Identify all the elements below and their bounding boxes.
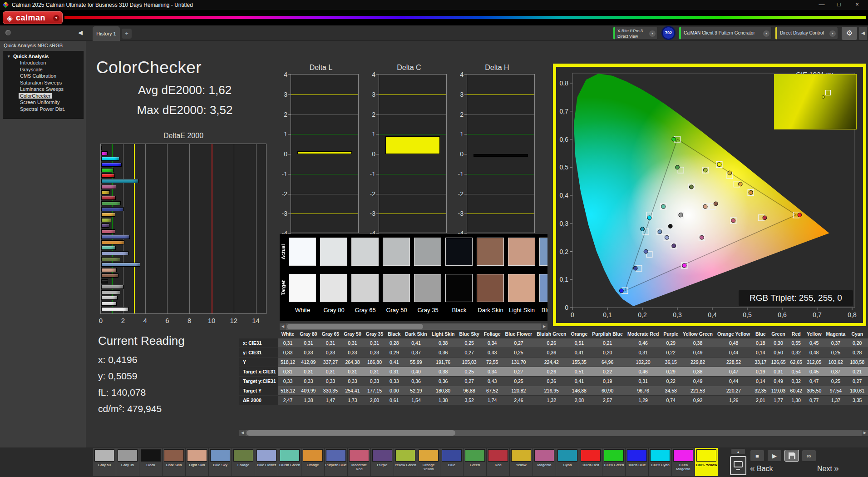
close-button[interactable]: × [849,0,865,10]
de-bar-blue-sky [101,263,140,267]
patch-swatch [581,449,601,462]
de-bar-100-yellow [101,146,102,150]
calman-menu-button[interactable]: ◈ calman ▼ [3,11,63,24]
patch-100-red[interactable]: 100% Red [579,448,602,476]
back-button[interactable]: « Back [750,462,773,474]
sidebar-item-introduction[interactable]: Introduction [3,60,83,66]
patch-swatch [326,449,346,462]
patch-100-cyan[interactable]: 100% Cyan [649,448,671,476]
row-label: Target x:CIE31 [239,367,278,377]
patch-green[interactable]: Green [464,448,486,476]
patch-purple[interactable]: Purple [371,448,394,476]
patch-orange[interactable]: Orange [301,448,324,476]
settings-gear-icon[interactable]: ⚙ [842,27,857,40]
measured-point-icon [822,95,825,99]
sidebar-item-spectral-power-dist-[interactable]: Spectral Power Dist. [3,106,83,113]
display-pattern-button[interactable] [730,456,746,475]
patch-gray-35[interactable]: Gray 35 [116,448,139,476]
sidebar-item-colorchecker[interactable]: ColorChecker [3,93,83,99]
swatch-row-label: Target [281,274,288,302]
add-tab-button[interactable]: + [122,29,132,39]
patch-magenta[interactable]: Magenta [533,448,556,476]
svg-text:0,6: 0,6 [778,311,787,318]
patch-cyan[interactable]: Cyan [556,448,579,476]
scrollbar-thumb[interactable] [247,430,455,436]
col-header: Yellow [804,330,824,338]
sidebar-collapse-icon[interactable]: ◀ [78,29,83,36]
table-row-target_y: Target y:CIE310,330,330,330,330,330,330,… [239,377,868,386]
sidebar-item-luminance-sweeps[interactable]: Luminance Sweeps [3,86,83,93]
patch-blue-flower[interactable]: Blue Flower [255,448,278,476]
sidebar-item-screen-uniformity[interactable]: Screen Uniformity [3,99,83,106]
patch-red[interactable]: Red [487,448,509,476]
patch-label: 100% Yellow [695,463,718,467]
record-indicator-icon[interactable] [5,30,11,35]
patch-gray-50[interactable]: Gray 50 [93,448,116,476]
col-header: Moderate Red [625,330,661,338]
measurement-table: WhiteGray 80Gray 65Gray 50Gray 35BlackDa… [239,330,868,427]
patch-purplish-blue[interactable]: Purplish Blue [325,448,347,476]
pattern-generator-dropdown[interactable]: CalMAN Client 3 Pattern Generator ▼ [679,27,772,40]
patch-orange-yellow[interactable]: Orange Yellow [417,448,440,476]
tab-history-1[interactable]: History 1 [93,26,120,41]
scroll-right-icon[interactable]: ▶ [862,430,868,436]
patch-100-green[interactable]: 100% Green [602,448,625,476]
patch-blue[interactable]: Blue [440,448,463,476]
patch-swatch [395,449,415,462]
sidebar-item-cms-calibration[interactable]: CMS Calibration [3,73,83,80]
scroll-left-icon[interactable]: ◀ [280,323,286,330]
table-row-x_cie31: x: CIE310,310,310,310,310,310,280,410,38… [239,338,868,348]
save-button[interactable] [784,450,799,462]
maximize-button[interactable]: □ [831,0,847,10]
scroll-left-icon[interactable]: ◀ [239,430,246,436]
sidebar-item-saturation-sweeps[interactable]: Saturation Sweeps [3,80,83,86]
swatch-gray-80 [320,274,347,302]
table-row-y_lum: Y518,12412,09337,27264,38186,800,4155,99… [239,358,868,367]
patch-foliage[interactable]: Foliage [232,448,255,476]
meter-badge[interactable]: 702 [661,26,676,40]
back-label: Back [757,465,773,472]
svg-text:0,5: 0,5 [743,311,752,318]
patch-swatch [280,449,300,462]
patch-yellow[interactable]: Yellow [510,448,533,476]
swatch-black [445,274,473,302]
de-bar-foliage [101,257,120,261]
patch-dark-skin[interactable]: Dark Skin [163,448,185,476]
reading-x: x: 0,4196 [98,354,261,365]
toolbar-collapse-icon[interactable]: ◀ [859,27,867,40]
col-header: Yellow Green [681,330,715,338]
scrollbar-thumb[interactable] [287,324,423,329]
next-button[interactable]: Next » [817,462,839,474]
reading-y: y: 0,5059 [98,371,261,382]
row-label: x: CIE31 [239,338,278,348]
de-bar-orange-yellow [101,213,115,217]
patch-black[interactable]: Black [139,448,162,476]
col-header: Orange Yellow [715,330,752,338]
swatch-label: Light Skin [506,307,538,313]
meter-dropdown[interactable]: X-Rite i1Pro 3 Direct View ▼ [613,27,658,40]
meter-name: X-Rite i1Pro 3 [617,28,649,34]
patch-light-skin[interactable]: Light Skin [186,448,208,476]
sidebar-item-grayscale[interactable]: Grayscale [3,66,83,73]
swatch-label: Gray 35 [412,307,444,313]
patch-100-blue[interactable]: 100% Blue [626,448,648,476]
patch-bluish-green[interactable]: Bluish Green [278,448,301,476]
minimize-button[interactable]: — [814,0,830,10]
patch-100-yellow[interactable]: 100% Yellow [695,448,718,476]
loop-button[interactable]: ∞ [802,450,816,462]
tree-root[interactable]: Quick Analysis [3,53,83,60]
stop-button[interactable]: ■ [750,450,764,462]
meter-mode: Direct View [617,34,649,39]
svg-text:0,2: 0,2 [560,248,569,255]
swatch-scrollbar[interactable]: ◀ ▶ [280,323,547,330]
table-scrollbar[interactable]: ◀ ▶ [239,430,868,436]
display-control-dropdown[interactable]: Direct Display Control ▼ [775,27,838,40]
svg-text:0,3: 0,3 [673,311,682,318]
scroll-right-icon[interactable]: ▶ [541,323,547,330]
patch-100-magenta[interactable]: 100% Magenta [672,448,695,476]
patch-blue-sky[interactable]: Blue Sky [209,448,232,476]
patch-yellow-green[interactable]: Yellow Green [394,448,417,476]
panel-collapse-icon[interactable]: ▴ [731,448,745,455]
play-button[interactable]: ▶ [767,450,782,462]
patch-moderate-red[interactable]: Moderate Red [348,448,370,476]
